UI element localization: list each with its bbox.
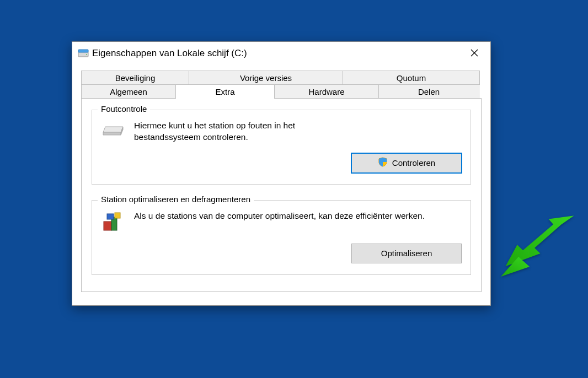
tab-area: Beveiliging Vorige versies Quotum Algeme… xyxy=(72,65,490,305)
tab-label: Algemeen xyxy=(110,87,147,96)
tab-vorige-versies[interactable]: Vorige versies xyxy=(189,71,343,85)
button-label: Controleren xyxy=(392,158,435,168)
svg-rect-1 xyxy=(78,50,88,52)
tab-delen[interactable]: Delen xyxy=(378,84,479,99)
optimize-button[interactable]: Optimaliseren xyxy=(351,244,462,263)
svg-rect-9 xyxy=(115,213,120,218)
group-legend: Foutcontrole xyxy=(98,104,150,114)
svg-marker-11 xyxy=(506,209,574,277)
close-button[interactable] xyxy=(463,45,486,62)
close-icon xyxy=(471,49,478,58)
tab-algemeen[interactable]: Algemeen xyxy=(81,84,176,99)
window-title: Eigenschappen van Lokale schijf (C:) xyxy=(89,48,463,59)
tab-strip: Beveiliging Vorige versies Quotum Algeme… xyxy=(81,71,482,99)
tab-content: Foutcontrole Hiermee kunt u het station … xyxy=(81,98,482,292)
check-button[interactable]: Controleren xyxy=(351,153,462,173)
group-text: Als u de stations van de computer optima… xyxy=(134,210,462,222)
drive-check-icon xyxy=(101,120,125,138)
shield-icon xyxy=(378,157,388,169)
tab-label: Hardware xyxy=(308,87,344,96)
svg-rect-8 xyxy=(107,214,114,219)
tab-label: Vorige versies xyxy=(240,73,292,83)
annotation-arrow-optimize xyxy=(496,209,574,281)
tab-beveiliging[interactable]: Beveiliging xyxy=(81,71,189,85)
group-optimize: Station optimaliseren en defragmenteren … xyxy=(92,200,471,275)
tab-extra[interactable]: Extra xyxy=(175,84,275,99)
defrag-icon xyxy=(101,210,125,234)
drive-icon xyxy=(78,48,89,58)
group-text: Hiermee kunt u het station op fouten in … xyxy=(134,120,333,143)
tab-label: Beveiliging xyxy=(115,73,156,83)
tab-label: Extra xyxy=(215,87,234,96)
svg-marker-4 xyxy=(103,132,121,135)
tab-quotum[interactable]: Quotum xyxy=(343,71,480,85)
svg-point-2 xyxy=(86,54,87,55)
tab-label: Quotum xyxy=(397,73,426,83)
group-legend: Station optimaliseren en defragmenteren xyxy=(98,195,254,204)
svg-rect-6 xyxy=(104,222,111,230)
svg-marker-12 xyxy=(501,257,530,277)
properties-dialog: Eigenschappen van Lokale schijf (C:) Bev… xyxy=(72,41,491,306)
tab-label: Delen xyxy=(418,87,440,96)
group-error-check: Foutcontrole Hiermee kunt u het station … xyxy=(92,110,471,185)
tab-hardware[interactable]: Hardware xyxy=(274,84,379,99)
button-label: Optimaliseren xyxy=(381,249,432,258)
titlebar: Eigenschappen van Lokale schijf (C:) xyxy=(72,42,490,65)
svg-marker-3 xyxy=(103,127,123,132)
